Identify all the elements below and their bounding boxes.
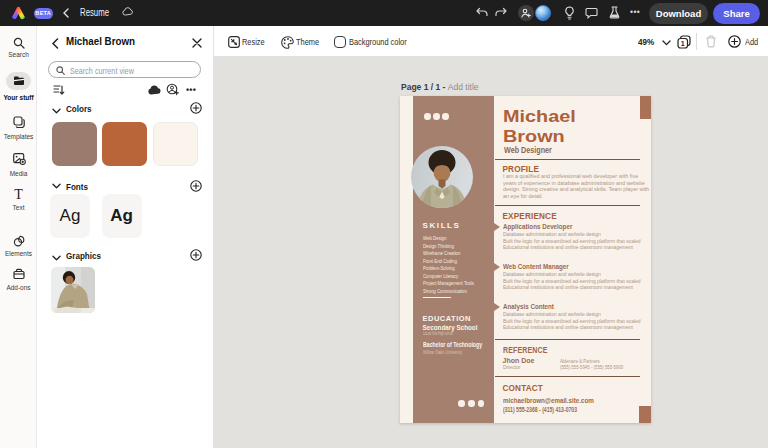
svg-text:1: 1 — [681, 40, 685, 47]
